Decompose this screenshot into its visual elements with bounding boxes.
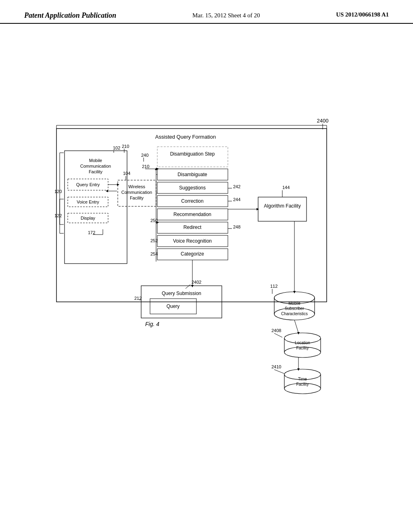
query-submission-label: Query Submission [162,291,201,296]
mobile-subscriber-label: Mobile [288,301,300,305]
ref-2410-label: 2410 [271,364,281,369]
display-label: Display [81,216,96,220]
publication-title: Patent Application Publication [24,11,116,20]
svg-line-54 [294,320,298,333]
svg-text:Subscriber: Subscriber [285,306,304,311]
svg-text:Facility: Facility [296,346,309,350]
svg-text:Communication: Communication [80,164,111,168]
ref-2402-label: 2402 [192,280,201,285]
svg-rect-29 [258,197,307,221]
ref-240-label: 240 [141,153,148,158]
ref-244-label: 244 [233,197,240,202]
ref-242-label: 242 [233,184,240,189]
correction-label: Correction [181,198,203,204]
ref-248-label: 248 [233,224,240,229]
location-facility-label: Location [295,341,310,345]
svg-text:Communication: Communication [121,190,152,195]
ref-112-label: 112 [270,284,277,289]
ref-104-label: 104 [123,171,130,176]
ref-254-label: 254 [150,251,158,256]
disambiguate-label: Disambiguate [177,172,207,177]
recommendation-label: Recommendation [173,212,211,217]
ref-252-label: 252 [150,238,158,243]
time-facility-label: Time [298,377,307,381]
svg-marker-33 [191,285,194,287]
ref-122-label: 122 [54,213,62,218]
disambiguation-step-label: Disambiguation Step [170,151,215,157]
categorize-label: Categorize [181,251,204,257]
svg-text:Facility: Facility [89,169,103,174]
ref-2408-label: 2408 [271,328,281,333]
patent-number: US 2012/0066198 A1 [336,11,389,18]
ref-172-label: 172 [88,230,95,235]
algorithm-facility-label: Algorithm Facility [264,203,300,209]
voice-entry-label: Voice Entry [77,200,99,204]
query-entry-label: Query Entry [76,182,100,187]
diagram-title-text: Assisted Query Formation [155,134,216,140]
query-label: Query [167,303,180,309]
ref-2400-label: 2400 [317,118,329,124]
svg-rect-15 [157,147,228,167]
patent-diagram: 2400 Assisted Query Formation 210 240 10… [32,112,379,395]
mobile-comm-label: Mobile [89,158,102,163]
svg-text:Characteristics: Characteristics [281,312,308,316]
wireless-comm-label: Wireless [128,184,146,189]
ref-102-label: 102 [113,145,120,150]
ref-144-label: 144 [282,185,290,190]
svg-marker-12 [117,183,119,186]
fig-label: Fig. 4 [145,321,159,327]
svg-text:Facility: Facility [296,382,309,387]
voice-recognition-label: Voice Recognition [173,238,212,244]
diagram-area: 2400 Assisted Query Formation 210 240 10… [0,32,413,515]
svg-marker-31 [257,208,259,210]
ref-120-label: 120 [54,189,62,194]
ref-210-label: 210 [122,144,129,149]
page-header: Patent Application Publication Mar. 15, … [0,0,413,24]
suggestions-label: Suggestions [179,185,206,191]
sheet-info: Mar. 15, 2012 Sheet 4 of 20 [192,11,260,20]
svg-text:Facility: Facility [130,195,144,200]
svg-marker-53 [293,291,296,293]
redirect-label: Redirect [184,224,202,230]
ref-210-link: 210 [142,164,149,169]
